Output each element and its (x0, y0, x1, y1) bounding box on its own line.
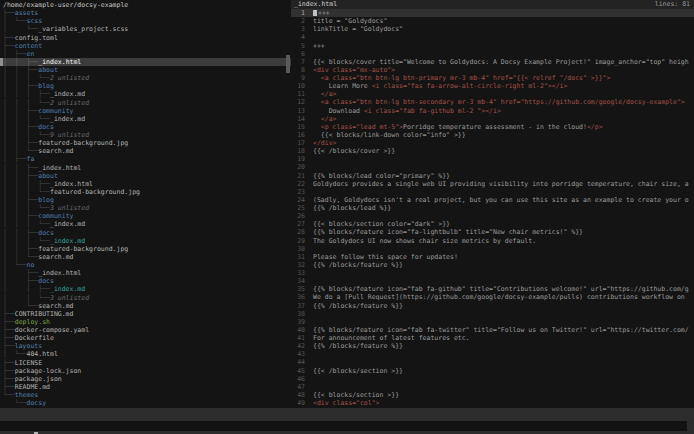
tree-row[interactable]: ├──CONTRIBUTING.md (0, 310, 291, 318)
tree-row[interactable]: │ │ ├──_index.html (0, 164, 291, 172)
tree-row[interactable]: │ │ ├──featured-background.jpg (0, 139, 291, 147)
tree-entry-name: config.toml (15, 34, 58, 42)
tree-row[interactable]: ├──package.json (0, 375, 291, 383)
tree-row[interactable]: │ │ └──search.md (0, 147, 291, 155)
tree-row[interactable]: ├──docker-compose.yaml (0, 326, 291, 334)
tree-branch-glyphs: │ │ │ └── (3, 237, 50, 245)
tree-row[interactable]: │ │ │ ├──_index.html (0, 180, 291, 188)
code-line: 18{{< /blocks/cover >}} (291, 147, 694, 155)
code-line: 24(Sadly, Goldydocs isn't a real project… (291, 196, 694, 204)
tree-row[interactable]: │ └──search.md (0, 302, 291, 310)
tree-row[interactable]: ├──README.md (0, 383, 291, 391)
tree-row[interactable]: │ │ ├──docs (0, 229, 291, 237)
tree-row[interactable]: │ │ ├──community (0, 107, 291, 115)
code-line: 11 </a> (291, 90, 694, 98)
code-segment: {{% blocks/feature icon="fab fa-github" … (313, 285, 689, 293)
tree-branch-glyphs: │ └── (3, 17, 26, 25)
code-segment: {{% /blocks/lead %}} (313, 204, 391, 212)
code-line: 8<div class="mx-auto"> (291, 66, 694, 74)
tree-row[interactable]: │ │ │ └──_index.md (0, 115, 291, 123)
tree-branch-glyphs: │ │ ├── (3, 229, 38, 237)
tree-row[interactable]: ├──deploy.sh (0, 318, 291, 326)
tree-entry-name: en (26, 50, 34, 58)
mode-indicators: h:n gi:y (253, 421, 312, 434)
tree-row[interactable]: │ │ ├──community (0, 212, 291, 220)
tree-branch-glyphs: │ └── (3, 302, 38, 310)
tree-row[interactable]: │ │ │ └──9 unlisted (0, 131, 291, 139)
tree-row[interactable]: │ │ ├──blog (0, 82, 291, 90)
tree-row[interactable]: │ └──no (0, 261, 291, 269)
tree-entry-name: themes (15, 391, 38, 399)
tree-row[interactable]: │ │ ├──about (0, 172, 291, 180)
tree-row[interactable]: │ │ │ ├──_index.md (0, 90, 291, 98)
tree-row[interactable]: └──docsy (0, 399, 291, 407)
line-number: 10 (291, 82, 305, 90)
panels: /home/example-user/docsy-example├──asset… (0, 0, 694, 408)
tree-row[interactable]: │ │ ├──featured-background.jpg (0, 245, 291, 253)
tree-row[interactable]: │ └──_variables_project.scss (0, 25, 291, 33)
tree-row[interactable]: │ │ │ └──2 unlisted (0, 99, 291, 107)
line-number: 11 (291, 90, 305, 98)
tree-row[interactable]: │ └──404.html (0, 350, 291, 358)
tree-row[interactable]: ├──config.toml (0, 34, 291, 42)
tree-row[interactable]: ├──assets (0, 9, 291, 17)
code-line: 13 Download <i class="fab fa-github ml-2… (291, 107, 694, 115)
tree-row[interactable]: │ │ │ └──_index.md (0, 220, 291, 228)
tree-entry-name: package.json (15, 375, 62, 383)
tree-entry-name: _index.md (50, 115, 85, 123)
code-segment: Please follow this space for updates! (313, 253, 458, 261)
tree-row[interactable]: ├──Dockerfile (0, 334, 291, 342)
code-line: 49<div class="col"> (291, 399, 694, 407)
preview-panel[interactable]: _index.html lines: 81 1+++2title = "Gold… (291, 0, 694, 408)
tree-row[interactable]: │ │ ├──about (0, 66, 291, 74)
tree-row[interactable]: │ ├──docs (0, 277, 291, 285)
tree-row[interactable]: │ │ ├──_index.html (0, 58, 291, 66)
tree-row[interactable]: │ ├──fa (0, 155, 291, 163)
tree-row[interactable]: ├──content (0, 42, 291, 50)
tree-branch-glyphs: │ │ │ ├── (3, 180, 50, 188)
tree-row[interactable]: │ │ │ └──featured-background.jpg (0, 188, 291, 196)
code-line: 15 <p class="lead mt-5">Porridge tempera… (291, 123, 694, 131)
line-number: 1 (291, 9, 305, 17)
tree-row[interactable]: │ │ │ └──3 unlisted (0, 204, 291, 212)
tree-row[interactable]: └──themes (0, 391, 291, 399)
line-number: 12 (291, 98, 305, 106)
code-segment: The Goldydocs UI now shows chair size me… (313, 237, 536, 245)
code-line: 27{{< blocks/section color="dark" >}} (291, 220, 694, 228)
tree-row[interactable]: ├──LICENSE (0, 359, 291, 367)
code-line: 38 (291, 310, 694, 318)
tree-entry-name: community (38, 212, 73, 220)
code-segment: </a> (313, 90, 336, 98)
tree-scrollbar-thumb[interactable] (286, 55, 290, 73)
tree-entry-name: _index.md (50, 285, 85, 293)
tree-branch-glyphs: ├── (3, 367, 15, 375)
tree-branch-glyphs: │ ├── (3, 269, 38, 277)
tree-branch-glyphs: │ │ │ └── (3, 74, 50, 82)
command-input[interactable]: :e h:n gi:y (0, 421, 687, 431)
code-line: 45{{< /blocks/section >}} (291, 367, 694, 375)
tree-row[interactable]: │ │ ├──blog (0, 196, 291, 204)
tree-entry-name: docs (38, 229, 54, 237)
tree-row[interactable]: │ └──scss (0, 17, 291, 25)
line-number: 33 (291, 269, 305, 277)
tree-row[interactable]: │ ├──_index.html (0, 269, 291, 277)
tree-entry-name: search.md (38, 147, 73, 155)
tree-row[interactable]: │ ├──en (0, 50, 291, 58)
tree-row[interactable]: │ │ │ └──2 unlisted (0, 74, 291, 82)
code-segment: Porridge temperature assessment - in the… (403, 123, 587, 131)
tree-row[interactable]: │ │ ├──docs (0, 123, 291, 131)
line-number: 34 (291, 277, 305, 285)
tree-row[interactable]: │ │ │ └──_index.md (0, 237, 291, 245)
tree-entry-name: _index.md (50, 90, 85, 98)
tree-row[interactable]: │ │ └──search.md (0, 253, 291, 261)
tree-row[interactable]: ├──layouts (0, 342, 291, 350)
tree-row[interactable]: │ │ └──3 unlisted (0, 294, 291, 302)
code-segment: {{< blocks/section color="dark" >}} (313, 220, 450, 228)
line-number: 47 (291, 383, 305, 391)
tree-row[interactable]: │ │ ├──_index.md (0, 285, 291, 293)
tree-root-path[interactable]: /home/example-user/docsy-example (0, 1, 291, 9)
file-tree-panel[interactable]: /home/example-user/docsy-example├──asset… (0, 0, 291, 408)
code-line: 36We do a [Pull Request](https://github.… (291, 293, 694, 301)
code-line: 17</div> (291, 139, 694, 147)
tree-row[interactable]: ├──package-lock.json (0, 367, 291, 375)
